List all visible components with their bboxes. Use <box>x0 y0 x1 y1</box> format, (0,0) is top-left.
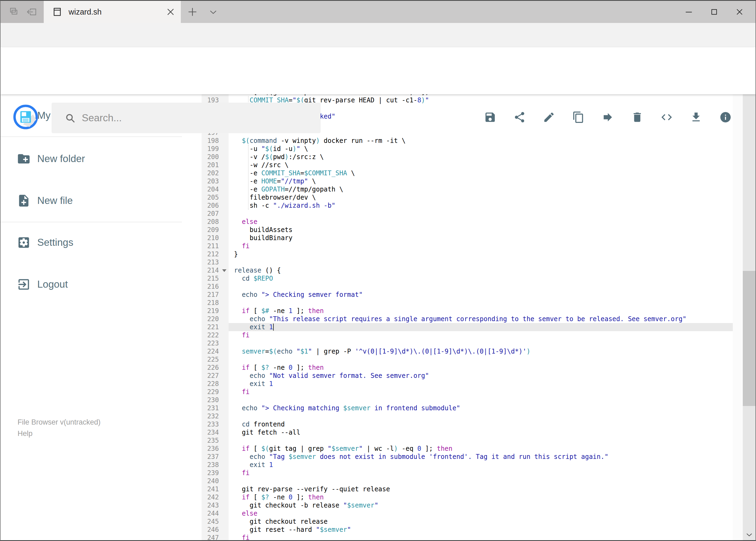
code-line[interactable]: 224 semver=$(echo "$1" | grep -P '^v(0|[… <box>199 347 743 355</box>
code-line[interactable]: 237 echo "Tag $semver does not exist in … <box>199 453 743 461</box>
code-line[interactable]: 206 sh -c "./wizard.sh -b" <box>199 202 743 210</box>
line-number[interactable]: 219 <box>202 307 229 315</box>
search-input[interactable] <box>82 112 321 124</box>
code-line[interactable]: 192 if [ "$(git rev-parse --is-inside-wo… <box>199 94 743 96</box>
code-line[interactable]: 204 -e GOPATH=//tmp/gopath \ <box>199 185 743 194</box>
sidebar-item-new-folder[interactable]: New folder <box>1 146 199 172</box>
scroll-down-icon[interactable] <box>743 528 755 541</box>
set-tabs-aside-icon[interactable] <box>26 6 38 18</box>
code-line[interactable]: 217 echo "> Checking semver format" <box>199 290 743 299</box>
line-number[interactable]: 239 <box>202 469 229 477</box>
line-number[interactable]: 217 <box>202 290 229 299</box>
code-line[interactable]: 243 git checkout -b release "$semver" <box>199 501 743 509</box>
line-number[interactable]: 234 <box>202 428 229 436</box>
line-number[interactable]: 206 <box>202 202 229 210</box>
code-line[interactable]: 207 <box>199 210 743 218</box>
code-line[interactable]: 235 <box>199 436 743 445</box>
code-line[interactable]: 246 git reset --hard "$semver" <box>199 526 743 534</box>
line-number[interactable]: 203 <box>202 177 229 185</box>
code-line[interactable]: 226 if [ $? -ne 0 ]; then <box>199 363 743 372</box>
line-number[interactable]: 209 <box>202 226 229 234</box>
code-line[interactable]: 231 echo "> Checking matching $semver in… <box>199 404 743 412</box>
close-window-button[interactable] <box>727 1 752 23</box>
code-line[interactable]: 221 exit 1 <box>199 323 743 331</box>
line-number[interactable]: 231 <box>202 404 229 412</box>
line-number[interactable]: 208 <box>202 218 229 226</box>
code-line[interactable]: 225 <box>199 355 743 363</box>
code-line[interactable]: 229 fi <box>199 388 743 396</box>
line-number[interactable]: 228 <box>202 380 229 388</box>
code-line[interactable]: 230 <box>199 396 743 404</box>
line-number[interactable]: 204 <box>202 185 229 194</box>
code-line[interactable]: 212} <box>199 250 743 258</box>
code-line[interactable]: 208 else <box>199 218 743 226</box>
code-line[interactable]: 233 cd frontend <box>199 420 743 428</box>
code-line[interactable]: 201 -w //src \ <box>199 161 743 169</box>
sidebar-item-new-file[interactable]: New file <box>1 188 199 214</box>
code-line[interactable]: 199 -u "$(id -u)" \ <box>199 145 743 153</box>
sidebar-item-settings[interactable]: Settings <box>1 230 199 256</box>
share-button[interactable] <box>513 111 526 124</box>
code-line[interactable]: 240 <box>199 477 743 485</box>
code-line[interactable]: 214release () { <box>199 266 743 274</box>
new-tab-button[interactable] <box>186 6 199 18</box>
line-number[interactable]: 229 <box>202 388 229 396</box>
line-number[interactable]: 211 <box>202 242 229 250</box>
line-number[interactable]: 218 <box>202 299 229 307</box>
browser-tab[interactable]: wizard.sh <box>44 1 181 23</box>
copy-button[interactable] <box>572 111 585 124</box>
search-box[interactable] <box>52 103 321 133</box>
line-number[interactable]: 198 <box>202 137 229 145</box>
line-number[interactable]: 246 <box>202 526 229 534</box>
line-number[interactable]: 199 <box>202 145 229 153</box>
tab-list-chevron-icon[interactable] <box>208 7 219 18</box>
code-line[interactable]: 222 fi <box>199 331 743 339</box>
edit-button[interactable] <box>543 111 555 124</box>
line-number[interactable]: 245 <box>202 517 229 526</box>
line-number[interactable]: 227 <box>202 372 229 380</box>
code-line[interactable]: 215 cd $REPO <box>199 274 743 282</box>
fold-marker-icon[interactable] <box>222 269 226 272</box>
line-number[interactable]: 216 <box>202 282 229 290</box>
line-number[interactable]: 242 <box>202 493 229 501</box>
download-button[interactable] <box>690 111 702 124</box>
code-line[interactable]: 227 echo "Not valid semver format. See s… <box>199 372 743 380</box>
code-line[interactable]: 205 filebrowser/dev \ <box>199 194 743 202</box>
code-button[interactable] <box>660 111 673 124</box>
tab-close-icon[interactable] <box>165 6 176 17</box>
tab-preview-icon[interactable] <box>7 6 19 18</box>
line-number[interactable]: 220 <box>202 315 229 323</box>
code-line[interactable]: 223 <box>199 339 743 347</box>
code-line[interactable]: 216 <box>199 282 743 290</box>
page-scrollbar[interactable] <box>743 47 755 541</box>
line-number[interactable]: 212 <box>202 250 229 258</box>
line-number[interactable]: 233 <box>202 420 229 428</box>
filebrowser-logo-icon[interactable] <box>13 104 38 130</box>
line-number[interactable]: 232 <box>202 412 229 420</box>
code-line[interactable]: 234 git fetch --all <box>199 428 743 436</box>
code-line[interactable]: 238 exit 1 <box>199 461 743 469</box>
sidebar-item-logout[interactable]: Logout <box>1 271 199 297</box>
code-line[interactable]: 213 <box>199 258 743 266</box>
code-line[interactable]: 239 fi <box>199 469 743 477</box>
line-number[interactable]: 192 <box>202 94 229 96</box>
line-number[interactable]: 247 <box>202 534 229 541</box>
help-link[interactable]: Help <box>18 428 101 439</box>
line-number[interactable]: 243 <box>202 501 229 509</box>
line-number[interactable]: 221 <box>202 323 229 331</box>
save-button[interactable] <box>484 111 496 124</box>
line-number[interactable]: 202 <box>202 169 229 177</box>
line-number[interactable]: 210 <box>202 234 229 242</box>
line-number[interactable]: 207 <box>202 210 229 218</box>
code-line[interactable]: 245 git checkout release <box>199 517 743 526</box>
line-number[interactable]: 240 <box>202 477 229 485</box>
code-line[interactable]: 232 <box>199 412 743 420</box>
line-number[interactable]: 237 <box>202 453 229 461</box>
line-number[interactable]: 200 <box>202 153 229 161</box>
code-line[interactable]: 236 if [ $(git tag | grep "$semver" | wc… <box>199 445 743 453</box>
line-number[interactable]: 201 <box>202 161 229 169</box>
line-number[interactable]: 230 <box>202 396 229 404</box>
line-number[interactable]: 213 <box>202 258 229 266</box>
code-line[interactable]: 210 buildBinary <box>199 234 743 242</box>
code-line[interactable]: 241 git rev-parse --verify --quiet relea… <box>199 485 743 493</box>
